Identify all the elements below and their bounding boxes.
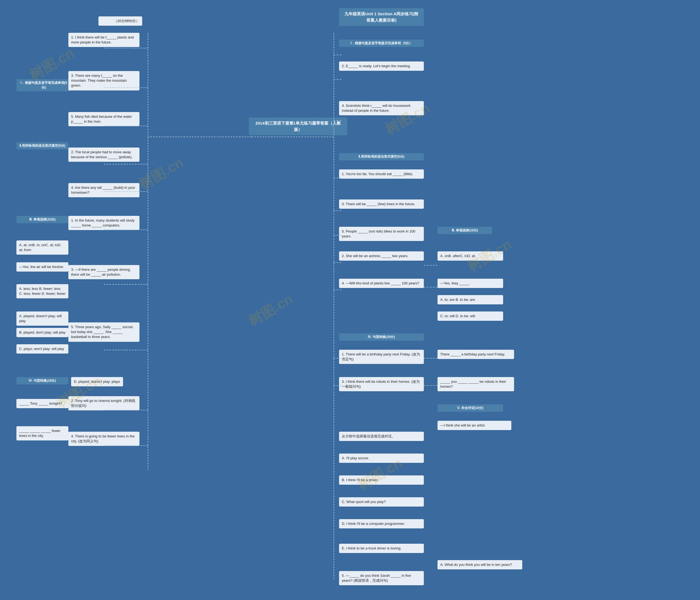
card-c12c: C. plays; won't play; will play bbox=[17, 344, 68, 354]
card-c13a: _____ Tony _____ tonight? bbox=[17, 399, 68, 408]
card-c6: 1. In the future, many students will stu… bbox=[68, 216, 140, 230]
conn-center bbox=[148, 137, 252, 137]
section2-label: Ⅱ.用所给词的适当形式填空(5分) bbox=[17, 142, 68, 150]
section4-title-right: Ⅳ. 句型转换(10分) bbox=[339, 333, 424, 341]
card-c8: 5. Three years ago, Sally _____ soccer, … bbox=[68, 322, 140, 342]
card-c10: 4. There is going to be fewer trees in t… bbox=[68, 432, 140, 446]
card-c11-label: A. at; onB. in; onC. at; toD. at; from bbox=[17, 240, 68, 255]
section2-title-right: Ⅱ.用所给词的适当形式填空(5分) bbox=[339, 153, 424, 160]
s5-q5: E. I think to be a truck driver is borin… bbox=[339, 544, 424, 553]
conn-h2 bbox=[104, 87, 148, 88]
card-c12d: D. played; doesn't play; plays bbox=[71, 377, 123, 386]
s1-card1: 2. E_____ is ready. Let's begin the meet… bbox=[339, 61, 424, 71]
card-c3: 5. Many fish died because of the water p… bbox=[68, 112, 140, 126]
s2-card3: 5. People _____ (not ride) bikes to work… bbox=[339, 227, 424, 241]
card-c1: 1. I think there will be f_____ plants a… bbox=[68, 33, 140, 47]
card-c9: 2. Tony will go to cinema tonight. (对画线部… bbox=[68, 396, 140, 410]
s3-ans1: A. onB. afterC. inD. at bbox=[438, 251, 503, 261]
section3-title: Ⅲ. 单项选择(10分) bbox=[438, 227, 492, 234]
unit-title: 九年级英语Unit 1 Section A同步练习(附答案人教新目标) bbox=[339, 8, 424, 26]
section1-label-left: Ⅰ．根据句意及首字母完成单词(5分) bbox=[17, 79, 71, 91]
main-exercise-title: 2014初三英语下册第1单元练习题带答案（人教版） bbox=[249, 118, 347, 135]
s5-q4: D. I think I'll be a computer programmer… bbox=[339, 519, 424, 528]
conn-h7 bbox=[104, 284, 148, 285]
conn-h4 bbox=[104, 164, 148, 164]
s4-card2: 3. I think there will be robots in their… bbox=[339, 377, 424, 391]
spine-line bbox=[148, 33, 148, 470]
s5-subtitle: 从方框中选择最佳选项完成对话。 bbox=[339, 432, 424, 441]
conn-r8 bbox=[333, 290, 341, 290]
card-c11-ans: A. less; less B. fewer; less C. less; fe… bbox=[17, 284, 68, 298]
card-c13b: _____ _____ _____ fewer trees in the cit… bbox=[17, 426, 68, 440]
s3-card1: 2. She will be an actress _____ two year… bbox=[339, 251, 424, 261]
conn-h10 bbox=[104, 445, 148, 446]
watermark-3: 树图.cn bbox=[245, 290, 297, 331]
conn-h5 bbox=[104, 191, 148, 192]
timing-label: （20分钟50分） bbox=[98, 17, 142, 26]
conn-h3 bbox=[104, 126, 148, 126]
conn-r1 bbox=[333, 55, 341, 55]
s4-ans1: There _____ a birthday party next Friday… bbox=[438, 350, 514, 359]
conn-r6 bbox=[333, 235, 341, 236]
s3-ans2a: —Yes, they _____. bbox=[438, 279, 503, 288]
s2-card2: 3. There will be _____ (few) trees in th… bbox=[339, 200, 424, 209]
section4-label: Ⅳ. 句型转换(10分) bbox=[17, 377, 68, 385]
conn-h6 bbox=[104, 230, 148, 230]
conn-r12 bbox=[424, 287, 438, 287]
watermark-2: 树图.cn bbox=[135, 153, 187, 194]
card-c7: 3. —If there are _____ people driving, t… bbox=[68, 265, 140, 279]
conn-r7 bbox=[333, 262, 341, 263]
s5-final-q: A: What do you think you will be in ten … bbox=[438, 560, 522, 569]
card-c11-q: —Yes, the air will be fresher. bbox=[17, 262, 68, 271]
conn-r10 bbox=[333, 385, 341, 386]
s4-card1: 1. There will be a birthday party next F… bbox=[339, 350, 424, 364]
section3-label-left: Ⅲ. 单项选择(10分) bbox=[17, 216, 68, 223]
conn-r14 bbox=[424, 385, 438, 386]
s5-q3: C. What sport will you play? bbox=[339, 497, 424, 506]
conn-r-center bbox=[252, 137, 333, 137]
conn-h8 bbox=[104, 350, 148, 350]
section1-title: Ⅰ．根据句意及首字母提示完成单词（5分） bbox=[339, 40, 424, 47]
conn-r4 bbox=[333, 178, 341, 178]
s2-card1: 1. You're too fat. You should eat _____ … bbox=[339, 169, 424, 179]
s3-ans2c: C. to; will D. to be; will bbox=[438, 311, 503, 321]
conn-h1 bbox=[104, 48, 148, 48]
card-c12b: B. played; don't play; will play bbox=[17, 328, 68, 337]
card-c4: 2. The local people had to move away bec… bbox=[68, 148, 140, 162]
s4-ans2: _____ you _____ _____ be robots in their… bbox=[438, 377, 514, 391]
s1-card2: 4. Scientists think r_____ will do house… bbox=[339, 101, 424, 115]
card-c12a: A. played; doesn't play; will play bbox=[17, 311, 68, 326]
conn-r2 bbox=[333, 79, 341, 80]
conn-r13 bbox=[424, 358, 438, 359]
section5-title: Ⅴ. 补全对话(10分) bbox=[438, 405, 503, 412]
spine-right bbox=[333, 33, 334, 579]
s5-q-complete: 5. —_____ do you think Sarah _____ in fi… bbox=[339, 571, 424, 585]
s3-card2: 4. —Will this kind of plants live _____ … bbox=[339, 279, 424, 288]
conn-h9 bbox=[104, 410, 148, 410]
s5-top: —I think she will be an artist. bbox=[438, 421, 511, 430]
conn-r3 bbox=[333, 120, 341, 121]
s3-ans2b: A. to; are B. to be; are bbox=[438, 295, 503, 304]
conn-r11 bbox=[424, 265, 438, 266]
s5-q2: B. I think I'll be a driver. bbox=[339, 475, 424, 485]
s5-q1: A. I'll play soccer. bbox=[339, 453, 424, 463]
card-c5: 4. Are there any tall _____ (build) in y… bbox=[68, 183, 140, 197]
conn-r9 bbox=[333, 358, 341, 359]
conn-r5 bbox=[333, 210, 341, 211]
